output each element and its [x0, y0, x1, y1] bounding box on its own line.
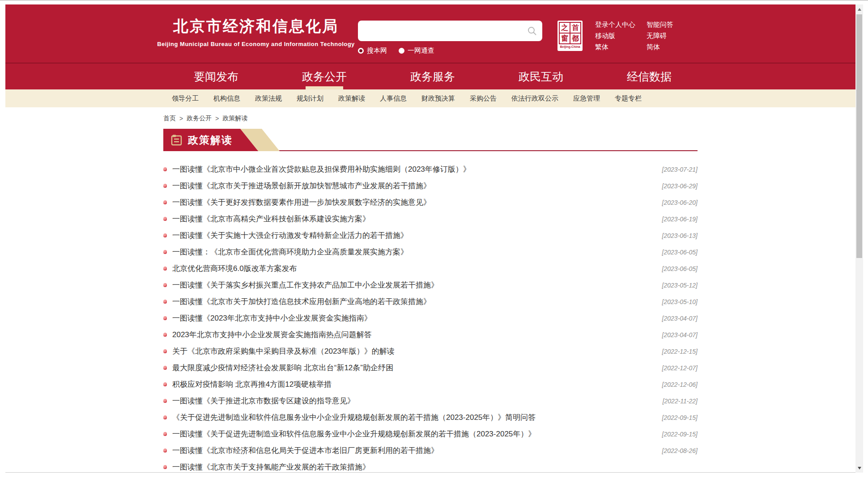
browser-viewport: 北京市经济和信息化局 Beijing Municipal Bureau of E… [5, 4, 855, 473]
nav-item-label: 政民互动 [519, 69, 563, 84]
site-brand: 北京市经济和信息化局 Beijing Municipal Bureau of E… [140, 16, 372, 47]
scrollbar-up-arrow[interactable] [855, 5, 863, 13]
subnav-item-采购公告[interactable]: 采购公告 [470, 94, 497, 103]
article-title-link[interactable]: 关于《北京市政府采购集中采购目录及标准（2023年版）》的解读 [172, 346, 395, 356]
nav-item-label: 要闻发布 [194, 69, 238, 84]
article-title-link[interactable]: 一图读懂：《北京市全面优化营商环境助力企业高质量发展实施方案》 [172, 247, 408, 257]
header-link[interactable]: 无障碍 [647, 30, 673, 41]
subnav-item-政策法规[interactable]: 政策法规 [255, 94, 282, 103]
article-title-link[interactable]: 一图读懂《北京市高精尖产业科技创新体系建设实施方案》 [172, 214, 370, 224]
subnav-item-应急管理[interactable]: 应急管理 [573, 94, 600, 103]
article-row: 一图读懂《关于推进北京市数据专区建设的指导意见》[2022-11-22] [163, 393, 698, 409]
section-title-banner: 政策解读 [163, 129, 280, 151]
subnav-item-人事信息[interactable]: 人事信息 [380, 94, 407, 103]
article-title-link[interactable]: 最大限度减少疫情对经济社会发展影响 北京出台“新12条”助企纾困 [172, 363, 393, 373]
article-date: [2023-04-07] [662, 331, 698, 338]
scrollbar-thumb[interactable] [856, 14, 862, 258]
bullet-icon [163, 316, 167, 320]
article-date: [2022-09-15] [662, 414, 698, 421]
bullet-icon [163, 217, 167, 221]
article-row: 一图读懂《北京市中小微企业首次贷款贴息及担保费用补助实施细则（2023年修订版）… [163, 161, 698, 178]
window-top-border [0, 0, 868, 0]
article-date: [2023-06-05] [662, 265, 698, 272]
article-date: [2023-07-21] [662, 166, 698, 173]
article-date: [2023-06-13] [662, 232, 698, 239]
search-input[interactable] [358, 21, 542, 41]
nav-item-政务服务[interactable]: 政务服务 [379, 63, 487, 89]
article-list: 一图读懂《北京市中小微企业首次贷款贴息及担保费用补助实施细则（2023年修订版）… [163, 161, 698, 473]
subnav-item-依法行政双公示[interactable]: 依法行政双公示 [511, 94, 558, 103]
article-title-link[interactable]: 2023年北京市支持中小企业发展资金实施指南热点问题解答 [172, 330, 372, 340]
bullet-icon [163, 167, 167, 171]
nav-item-政务公开[interactable]: 政务公开 [270, 63, 379, 89]
capital-window-logo[interactable]: 之首窗都 Beijing-China [557, 21, 583, 51]
scrollbar-down-arrow[interactable] [855, 464, 863, 472]
subnav-item-领导分工[interactable]: 领导分工 [172, 94, 199, 103]
subnav-item-规划计划[interactable]: 规划计划 [297, 94, 323, 103]
article-title-link[interactable]: 一图读懂《北京市关于推进场景创新开放加快智慧城市产业发展的若干措施》 [172, 181, 431, 191]
article-title-link[interactable]: 一图读懂《关于推进北京市数据专区建设的指导意见》 [172, 396, 355, 406]
article-row: 《关于促进先进制造业和软件信息服务业中小企业升规稳规创新发展的若干措施（2023… [163, 409, 698, 426]
radio-unselected-icon[interactable] [399, 48, 404, 54]
article-date: [2022-11-22] [663, 398, 698, 405]
capital-window-logo-caption: Beijing-China [559, 45, 581, 48]
header-link[interactable]: 繁体 [595, 41, 635, 52]
article-date: [2023-06-05] [662, 249, 698, 256]
nav-item-政民互动[interactable]: 政民互动 [487, 63, 595, 89]
search-scope-radios: 搜本网一网通查 [358, 47, 546, 55]
article-title-link[interactable]: 一图读懂《2023年北京市支持中小企业发展资金实施指南》 [172, 313, 372, 323]
article-title-link[interactable]: 积极应对疫情影响 北京再推4方面12项硬核举措 [172, 379, 332, 389]
subnav-item-机构信息[interactable]: 机构信息 [213, 94, 240, 103]
bullet-icon [163, 300, 167, 304]
nav-item-要闻发布[interactable]: 要闻发布 [162, 63, 270, 89]
article-title-link[interactable]: 《关于促进先进制造业和软件信息服务业中小企业升规稳规创新发展的若干措施（2023… [172, 412, 536, 423]
article-title-link[interactable]: 一图读懂《北京市经济和信息化局关于促进本市老旧厂房更新利用的若干措施》 [172, 445, 438, 456]
article-title-link[interactable]: 一图读懂《关于实施十大强企行动激发专精特新企业活力的若干措施》 [172, 230, 408, 241]
breadcrumb-item[interactable]: 政策解读 [222, 114, 247, 123]
breadcrumb-separator: > [179, 115, 183, 122]
header-link[interactable]: 简体 [647, 41, 673, 52]
article-row: 一图读懂《北京市高精尖产业科技创新体系建设实施方案》[2023-06-19] [163, 211, 698, 227]
header-links-column-1: 登录个人中心移动版繁体 [595, 19, 635, 52]
main-content: 首页>政务公开>政策解读 政策解读 一图读懂《北京 [160, 114, 701, 473]
article-row: 最大限度减少疫情对经济社会发展影响 北京出台“新12条”助企纾困[2022-12… [163, 360, 698, 376]
subnav-item-专题专栏[interactable]: 专题专栏 [615, 94, 642, 103]
breadcrumb-item[interactable]: 政务公开 [187, 114, 212, 123]
logo-character: 窗 [559, 33, 570, 44]
vertical-scrollbar[interactable] [855, 4, 863, 473]
header-link[interactable]: 登录个人中心 [595, 19, 635, 30]
article-title-link[interactable]: 一图读懂《关于更好发挥数据要素作用进一步加快发展数字经济的实施意见》 [172, 197, 431, 207]
header-link[interactable]: 移动版 [595, 30, 635, 41]
bullet-icon [163, 349, 167, 353]
breadcrumb-item[interactable]: 首页 [163, 114, 176, 123]
bullet-icon [163, 448, 167, 453]
search-area: 搜本网一网通查 [358, 21, 546, 55]
bullet-icon [163, 465, 167, 469]
article-title-link[interactable]: 北京优化营商环境6.0版改革方案发布 [172, 263, 297, 274]
article-title-link[interactable]: 一图读懂《关于促进先进制造业和软件信息服务业中小企业升规稳规创新发展的若干措施（… [172, 429, 536, 439]
nav-item-经信数据[interactable]: 经信数据 [595, 63, 703, 89]
bullet-icon [163, 250, 167, 254]
article-title-link[interactable]: 一图读懂《关于落实乡村振兴重点工作支持农产品加工中小企业发展若干措施》 [172, 280, 438, 290]
article-date: [2023-06-29] [662, 182, 698, 190]
header-links-column-2: 智能问答无障碍简体 [647, 19, 673, 52]
article-title-link[interactable]: 一图读懂《北京市关于加快打造信息技术应用创新产业高地的若干政策措施》 [172, 296, 431, 307]
bullet-icon [163, 184, 167, 188]
article-title-link[interactable]: 一图读懂《北京市中小微企业首次贷款贴息及担保费用补助实施细则（2023年修订版）… [172, 164, 471, 174]
subnav-item-财政预决算[interactable]: 财政预决算 [421, 94, 455, 103]
article-row: 一图读懂《关于更好发挥数据要素作用进一步加快发展数字经济的实施意见》[2023-… [163, 194, 698, 211]
sub-navigation: 领导分工机构信息政策法规规划计划政策解读人事信息财政预决算采购公告依法行政双公示… [5, 89, 855, 107]
radio-selected-icon[interactable] [358, 48, 364, 54]
article-date: [2022-12-15] [662, 348, 698, 355]
header-link[interactable]: 智能问答 [647, 19, 673, 30]
radio-label: 搜本网 [367, 47, 387, 55]
search-icon[interactable] [527, 26, 537, 36]
logo-character: 首 [570, 22, 581, 33]
subnav-item-政策解读[interactable]: 政策解读 [338, 94, 365, 103]
search-scope-option[interactable]: 一网通查 [399, 47, 434, 55]
article-row: 一图读懂《北京市关于推进场景创新开放加快智慧城市产业发展的若干措施》[2023-… [163, 178, 698, 194]
article-title-link[interactable]: 一图读懂《北京市关于支持氢能产业发展的若干政策措施》 [172, 462, 370, 472]
article-row: 一图读懂《北京市关于加快打造信息技术应用创新产业高地的若干政策措施》[2023-… [163, 293, 698, 310]
main-navigation: 要闻发布政务公开政务服务政民互动经信数据 [5, 63, 855, 89]
search-scope-option[interactable]: 搜本网 [358, 47, 387, 55]
